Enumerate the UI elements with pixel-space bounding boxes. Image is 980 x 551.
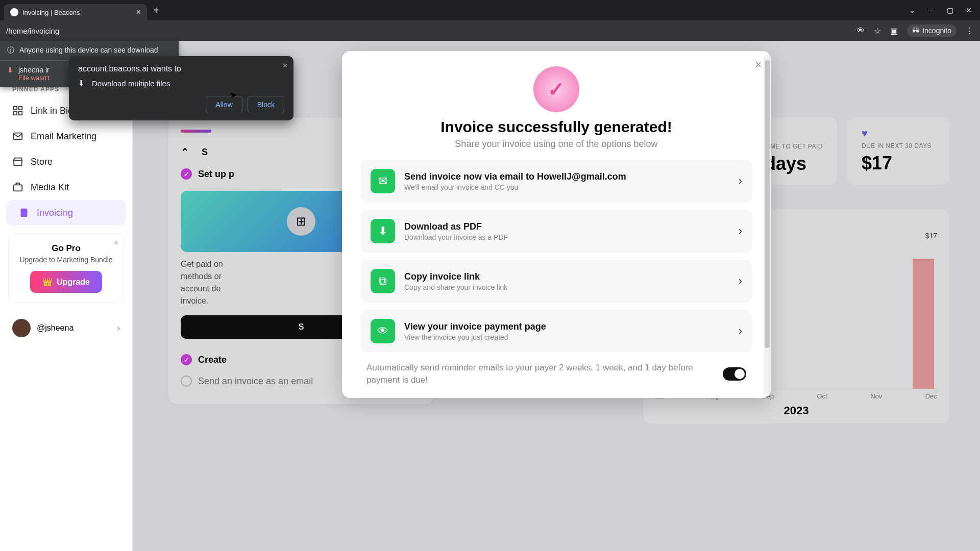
favicon-icon: ✦ xyxy=(10,8,18,16)
download-file-name[interactable]: jsheena ir xyxy=(18,66,50,74)
chevron-right-icon: › xyxy=(739,274,742,288)
close-tab-icon[interactable]: × xyxy=(136,8,141,17)
download-file-warning: File wasn't xyxy=(18,74,50,82)
sidebar-item-label: Link in Bio xyxy=(31,106,73,116)
window-controls: ⌄ — ▢ ✕ xyxy=(909,6,980,14)
option-send-email[interactable]: ✉ Send invoice now via email to HowellJ@… xyxy=(360,160,752,203)
grid-icon xyxy=(12,105,23,116)
close-icon[interactable]: × xyxy=(755,58,762,71)
invoice-success-modal: × Invoice successfully generated! Share … xyxy=(342,51,771,398)
sidebar-item-media-kit[interactable]: Media Kit xyxy=(0,174,132,200)
block-button[interactable]: Block xyxy=(248,96,284,113)
svg-rect-6 xyxy=(21,209,28,217)
url-text[interactable]: /home/invoicing xyxy=(6,27,852,35)
crown-icon: 👑 xyxy=(42,277,53,287)
close-icon[interactable]: × xyxy=(114,238,118,247)
svg-rect-3 xyxy=(19,112,22,115)
sidebar-item-label: Store xyxy=(31,157,53,167)
svg-rect-2 xyxy=(14,112,17,115)
file-warning-icon: ⬇ xyxy=(7,66,13,74)
user-profile-row[interactable]: @jsheena › xyxy=(0,311,132,345)
modal-title: Invoice successfully generated! xyxy=(360,118,752,136)
permission-origin: account.beacons.ai wants to xyxy=(78,64,284,73)
avatar xyxy=(12,319,31,337)
permission-action: Download multiple files xyxy=(92,79,170,88)
bookmark-star-icon[interactable]: ☆ xyxy=(874,26,881,36)
reminder-toggle[interactable] xyxy=(723,367,746,381)
eye-off-icon[interactable]: 👁 xyxy=(856,26,865,35)
option-download-pdf[interactable]: ⬇ Download as PDF Download your invoice … xyxy=(360,210,752,253)
sidebar-item-label: Email Marketing xyxy=(31,131,96,142)
close-icon[interactable]: × xyxy=(283,61,287,70)
browser-url-bar: /home/invoicing 👁 ☆ ▣ 🕶 Incognito ⋮ xyxy=(0,20,980,41)
go-pro-subtitle: Upgrade to Marketing Bundle xyxy=(18,256,114,264)
sidebar-item-store[interactable]: Store xyxy=(0,149,132,174)
option-copy-link[interactable]: ⧉ Copy invoice link Copy and share your … xyxy=(360,260,752,303)
pdf-icon: ⬇ xyxy=(371,219,395,243)
go-pro-title: Go Pro xyxy=(18,243,114,254)
maximize-icon[interactable]: ▢ xyxy=(947,6,953,14)
mail-icon xyxy=(12,131,23,142)
upgrade-button[interactable]: 👑 Upgrade xyxy=(30,271,102,293)
chevron-down-icon[interactable]: ⌄ xyxy=(909,6,915,14)
option-view-page[interactable]: 👁 View your invoice payment page View th… xyxy=(360,310,752,353)
download-info-text: Anyone using this device can see downloa… xyxy=(19,46,158,54)
eye-icon: 👁 xyxy=(371,319,395,343)
sidebar-item-invoicing[interactable]: Invoicing xyxy=(6,200,126,226)
sidebar-item-label: Invoicing xyxy=(37,208,73,218)
sidebar-item-email-marketing[interactable]: Email Marketing xyxy=(0,123,132,149)
tab-title: Invoicing | Beacons xyxy=(22,9,80,16)
sidebar-item-label: Media Kit xyxy=(31,182,69,193)
chevron-right-icon: › xyxy=(739,174,742,188)
permission-prompt: × account.beacons.ai wants to ⬇ Download… xyxy=(69,56,293,120)
invoice-icon xyxy=(18,207,30,218)
svg-rect-0 xyxy=(14,107,17,110)
mail-icon: ✉ xyxy=(371,169,395,193)
user-handle: @jsheena xyxy=(37,323,74,333)
browser-tab[interactable]: ✦ Invoicing | Beacons × xyxy=(4,4,147,20)
browser-tabstrip: ✦ Invoicing | Beacons × + ⌄ — ▢ ✕ xyxy=(0,0,980,20)
chevron-right-icon: › xyxy=(739,324,742,338)
incognito-icon: 🕶 xyxy=(912,27,919,35)
svg-rect-5 xyxy=(14,185,22,191)
minimize-icon[interactable]: — xyxy=(927,6,935,14)
svg-rect-1 xyxy=(19,107,22,110)
success-badge-icon xyxy=(533,66,579,112)
copy-icon: ⧉ xyxy=(371,269,395,293)
kebab-menu-icon[interactable]: ⋮ xyxy=(966,26,974,36)
close-window-icon[interactable]: ✕ xyxy=(966,6,972,14)
store-icon xyxy=(12,156,23,167)
panel-icon[interactable]: ▣ xyxy=(890,26,898,36)
chevron-right-icon: › xyxy=(117,323,120,333)
new-tab-button[interactable]: + xyxy=(153,5,159,16)
go-pro-card: × Go Pro Upgrade to Marketing Bundle 👑 U… xyxy=(8,234,124,303)
modal-scrollbar[interactable] xyxy=(764,55,771,394)
incognito-badge: 🕶 Incognito xyxy=(907,24,957,37)
chevron-right-icon: › xyxy=(739,224,742,238)
briefcase-icon xyxy=(12,182,23,193)
info-icon: ⓘ xyxy=(7,46,14,55)
download-icon: ⬇ xyxy=(78,79,85,88)
modal-subtitle: Share your invoice using one of the opti… xyxy=(360,139,752,149)
reminder-toggle-row: Automatically send reminder emails to yo… xyxy=(360,360,752,386)
